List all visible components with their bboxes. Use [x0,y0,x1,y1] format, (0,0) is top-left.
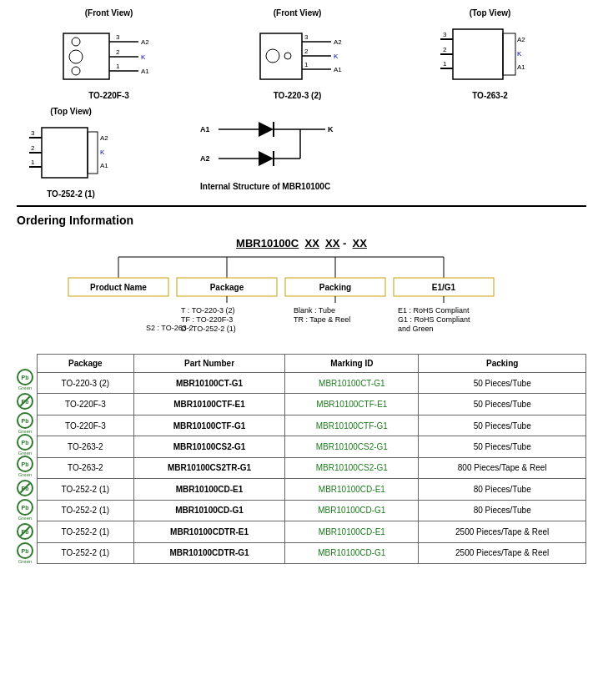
diagram-view-label: (Front View) [85,8,133,18]
svg-point-1 [72,38,80,46]
svg-rect-37 [88,132,98,174]
ordering-connector-svg: Product Name Package Packing E1/G1 T : T… [52,253,552,336]
svg-text:3: 3 [116,33,120,41]
cell-marking-id: MBR10100CD-G1 [285,542,419,564]
pb-icon-2: Pb [17,390,37,412]
cell-packing: 80 Pieces/Tube [419,500,586,521]
svg-text:A1: A1 [141,68,149,75]
svg-text:A1: A1 [100,162,108,169]
diagram-view-label2: (Front View) [274,8,322,18]
table-row: TO-220F-3MBR10100CTF-E1MBR10100CTF-E150 … [38,394,586,415]
col-header-markingid: Marking ID [285,355,419,373]
diagram-to2632: (Top View) 3 2 1 A2 K A1 TO-263-2 [436,8,545,100]
cell-package: TO-220F-3 [38,415,134,436]
ordering-flow: MBR10100C XX XX - XX Product Name Pa [17,237,586,332]
table-row: TO-252-2 (1)MBR10100CD-E1MBR10100CD-E180… [38,479,586,500]
svg-text:2: 2 [116,48,120,56]
svg-text:A1: A1 [334,66,342,73]
svg-point-15 [284,53,291,59]
cell-packing: 80 Pieces/Tube [419,479,586,500]
svg-marker-55 [259,151,274,166]
rohs-badge-crossed-6: Pb [17,480,33,496]
diagram-name-internal: Internal Structure of MBR10100C [200,182,330,191]
cell-marking-id: MBR10100CTF-G1 [285,415,419,436]
cell-package: TO-252-2 (1) [38,521,134,542]
table-header-row: Package Part Number Marking ID Packing [38,355,586,373]
parts-table: Package Part Number Marking ID Packing T… [37,354,586,564]
svg-text:A2: A2 [200,154,210,163]
svg-text:Package: Package [209,283,244,292]
badge-6: Pb [17,480,33,496]
svg-text:A2: A2 [517,36,525,43]
part-code-packing: XX [325,237,339,249]
svg-text:Product Name: Product Name [90,283,147,292]
diagram-name-to220f3: TO-220F-3 [88,91,129,100]
cell-package: TO-252-2 (1) [38,479,134,500]
svg-point-2 [69,50,83,63]
svg-text:3: 3 [443,31,447,38]
cell-package: TO-220-3 (2) [38,373,134,394]
pb-icon-9: Pb Green [17,542,37,564]
svg-text:K: K [100,149,105,156]
pb-icon-7: Pb Green [17,499,37,521]
diagram-view-label4: (Top View) [50,107,92,116]
rohs-badge-green-5: Pb [17,456,33,472]
svg-text:Packing: Packing [319,283,350,292]
cell-marking-id: MBR10100CT-G1 [285,373,419,394]
diagram-name-to2632: TO-263-2 [472,91,508,100]
diagrams-row1: (Front View) 3 2 1 A2 K A1 TO-220F-3 (Fr… [17,8,586,100]
part-code-e1g1: XX [353,237,367,249]
table-row: TO-252-2 (1)MBR10100CDTR-E1MBR10100CD-E1… [38,521,586,542]
cell-packing: 50 Pieces/Tube [419,415,586,436]
ordering-section: Ordering Information MBR10100C XX XX - X… [17,205,586,564]
svg-text:3: 3 [304,33,309,41]
cell-package: TO-220F-3 [38,394,134,415]
to2521-svg: 3 2 1 A2 K A1 [25,119,117,186]
svg-text:G1 : RoHS Compliant: G1 : RoHS Compliant [398,315,470,324]
rohs-badge-crossed-8: Pb [17,523,33,540]
svg-text:A1: A1 [200,125,210,133]
svg-rect-25 [453,29,503,79]
svg-text:A2: A2 [141,38,149,46]
svg-point-3 [72,67,80,75]
svg-text:A2: A2 [334,38,342,46]
badge-1: Pb Green [17,369,33,390]
svg-text:1: 1 [443,60,447,68]
pb-icons-column: Pb Green Pb Pb Green Pb Green [17,345,37,564]
diagram-to2521: (Top View) 3 2 1 A2 K A1 TO-252-2 (1) [25,107,117,199]
cell-part-number: MBR10100CTF-G1 [133,415,285,436]
svg-text:1: 1 [304,61,309,68]
rohs-badge-green-1: Pb [17,369,33,385]
svg-text:E1/G1: E1/G1 [431,283,455,292]
cell-marking-id: MBR10100CD-E1 [285,521,419,542]
svg-marker-49 [259,122,274,137]
to220f3-svg: 3 2 1 A2 K A1 [59,21,159,88]
pb-icon-1: Pb Green [17,369,37,390]
svg-text:E1 : RoHS Compliant: E1 : RoHS Compliant [398,306,470,315]
cell-package: TO-252-2 (1) [38,500,134,521]
internal-svg: A1 K A2 [200,107,384,182]
table-wrapper: Pb Green Pb Pb Green Pb Green [17,345,586,564]
svg-text:TR : Tape & Reel: TR : Tape & Reel [294,315,350,324]
diagram-to2203: (Front View) 3 2 1 A2 K A1 TO-220-3 (2) [244,8,352,100]
pb-icon-3: Pb Green [17,412,37,434]
table-row: TO-252-2 (1)MBR10100CDTR-G1MBR10100CD-G1… [38,542,586,564]
cell-package: TO-252-2 (1) [38,542,134,564]
cell-part-number: MBR10100CD-G1 [133,500,285,521]
s2-label: S2 : TO-263-2 [146,324,193,332]
pb-icon-8: Pb [17,521,37,542]
svg-text:T : TO-220-3 (2): T : TO-220-3 (2) [181,306,235,315]
svg-text:Blank : Tube: Blank : Tube [294,306,335,315]
svg-point-14 [266,49,279,63]
pb-icon-5: Pb Green [17,456,37,477]
svg-text:2: 2 [443,46,447,53]
cell-marking-id: MBR10100CD-G1 [285,500,419,521]
cell-packing: 2500 Pieces/Tape & Reel [419,542,586,564]
green-label-9: Green [18,559,33,564]
cell-packing: 50 Pieces/Tube [419,373,586,394]
svg-text:A2: A2 [100,134,108,142]
cell-marking-id: MBR10100CTF-E1 [285,394,419,415]
to2632-svg: 3 2 1 A2 K A1 [436,21,545,88]
cell-part-number: MBR10100CS2TR-G1 [133,457,285,478]
diagram-name-to2203: TO-220-3 (2) [274,91,322,100]
